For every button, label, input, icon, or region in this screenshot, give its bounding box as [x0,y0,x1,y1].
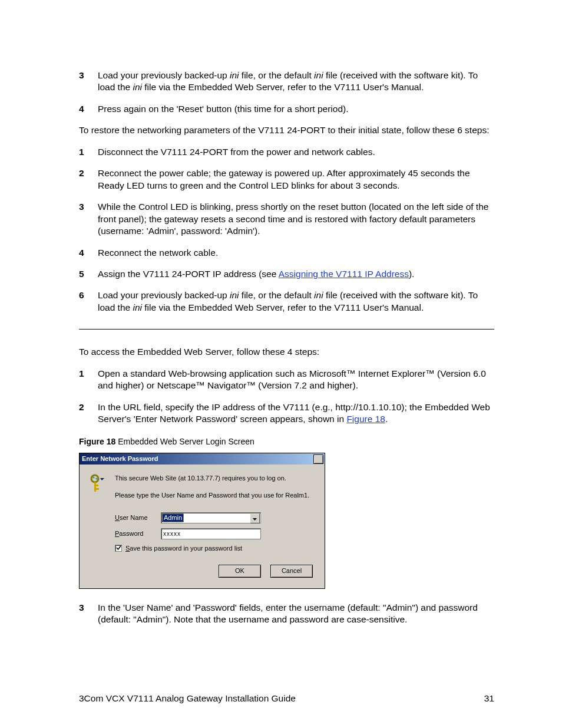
save-password-checkbox[interactable] [115,545,122,552]
step-number: 2 [79,401,90,426]
step-number: 3 [79,201,90,237]
step-number: 4 [79,103,90,115]
step-number: 6 [79,289,90,314]
link-assign-ip[interactable]: Assigning the V7111 IP Address [279,269,409,279]
list-item: 3 Load your previously backed-up ini fil… [79,70,494,94]
username-label: User Name [115,513,153,522]
step-text: Open a standard Web-browsing application… [98,368,494,392]
check-icon [116,544,121,553]
link-figure-18[interactable]: Figure 18 [346,414,385,424]
svg-point-2 [95,477,97,479]
dialog-line-1: This secure Web Site (at 10.13.77.7) req… [115,474,316,483]
list-item: 2 Reconnect the power cable; the gateway… [79,167,494,192]
username-combo[interactable]: Admin [161,512,261,523]
step-text: Reconnect the network cable. [98,247,494,259]
step-text: Reconnect the power cable; the gateway i… [98,167,494,192]
ok-button[interactable]: OK [219,565,261,578]
password-label: Password [115,529,153,538]
list-item: 6 Load your previously backed-up ini fil… [79,289,494,314]
list-item: 4 Press again on the 'Reset' button (thi… [79,103,494,115]
username-value: Admin [162,513,184,522]
list-item: 3 While the Control LED is blinking, pre… [79,201,494,237]
step-text: Press again on the 'Reset' button (this … [98,103,494,115]
cancel-button[interactable]: Cancel [270,565,313,578]
close-button[interactable] [313,454,323,464]
dialog-titlebar[interactable]: Enter Network Password [80,453,325,465]
step-text: Disconnect the V7111 24-PORT from the po… [98,146,494,158]
step-number: 3 [79,70,90,94]
list-item: 2 In the URL field, specify the IP addre… [79,401,494,426]
figure-label: Figure 18 [79,437,115,446]
step-list-c: 1 Open a standard Web-browsing applicati… [79,368,494,426]
step-list-b: 1 Disconnect the V7111 24-PORT from the … [79,146,494,314]
login-dialog: Enter Network Password [79,453,325,589]
page-footer: 3Com VCX V7111 Analog Gateway Installati… [79,693,494,704]
intro-paragraph: To restore the networking parameters of … [79,124,494,136]
ini-filename: ini [230,70,239,80]
step-list-a: 3 Load your previously backed-up ini fil… [79,70,494,115]
step-text: While the Control LED is blinking, press… [98,201,494,237]
intro-paragraph: To access the Embedded Web Server, follo… [79,346,494,358]
section-divider [79,329,494,330]
ini-filename: ini [133,82,142,92]
ini-filename: ini [230,290,239,300]
save-password-label: Save this password in your password list [125,544,242,553]
step-list-d: 3 In the 'User Name' and 'Password' fiel… [79,602,494,626]
dialog-line-2: Please type the User Name and Password t… [115,491,316,500]
step-text: Assign the V7111 24-PORT IP address (see… [98,268,494,280]
step-text: Load your previously backed-up ini file,… [98,289,494,314]
password-value: xxxxx [163,530,181,538]
svg-rect-5 [96,488,99,490]
list-item: 3 In the 'User Name' and 'Password' fiel… [79,602,494,626]
key-icon [90,474,105,494]
ini-filename: ini [133,302,142,312]
ini-filename: ini [314,290,323,300]
step-text: In the URL field, specify the IP address… [98,401,494,426]
step-text: Load your previously backed-up ini file,… [98,70,494,94]
step-number: 1 [79,146,90,158]
list-item: 5 Assign the V7111 24-PORT IP address (s… [79,268,494,280]
dropdown-button[interactable] [250,513,260,523]
step-number: 1 [79,368,90,392]
list-item: 4 Reconnect the network cable. [79,247,494,259]
list-item: 1 Open a standard Web-browsing applicati… [79,368,494,392]
ini-filename: ini [314,70,323,80]
figure-caption: Figure 18 Embedded Web Server Login Scre… [79,436,494,447]
dialog-title: Enter Network Password [82,454,158,463]
chevron-down-icon [253,514,257,523]
list-item: 1 Disconnect the V7111 24-PORT from the … [79,146,494,158]
password-input[interactable]: xxxxx [161,528,261,539]
svg-rect-4 [96,485,98,486]
step-number: 3 [79,602,90,626]
footer-title: 3Com VCX V7111 Analog Gateway Installati… [79,693,296,704]
page-number: 31 [484,693,494,704]
step-number: 4 [79,247,90,259]
svg-rect-3 [94,482,96,492]
step-text: In the 'User Name' and 'Password' fields… [98,602,494,626]
step-number: 5 [79,268,90,280]
svg-point-1 [92,476,94,478]
figure-title: Embedded Web Server Login Screen [115,437,254,446]
step-number: 2 [79,167,90,192]
